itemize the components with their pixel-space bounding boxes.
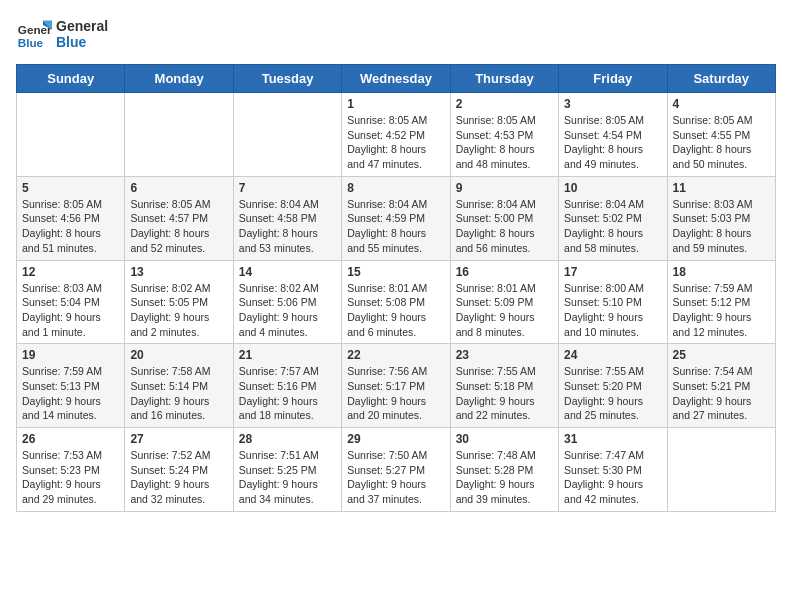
day-info: Sunrise: 8:04 AM Sunset: 4:58 PM Dayligh… [239, 197, 336, 256]
weekday-header-row: SundayMondayTuesdayWednesdayThursdayFrid… [17, 65, 776, 93]
day-number: 16 [456, 265, 553, 279]
calendar-cell: 4Sunrise: 8:05 AM Sunset: 4:55 PM Daylig… [667, 93, 775, 177]
day-info: Sunrise: 7:51 AM Sunset: 5:25 PM Dayligh… [239, 448, 336, 507]
day-number: 28 [239, 432, 336, 446]
calendar-cell [125, 93, 233, 177]
calendar-cell: 7Sunrise: 8:04 AM Sunset: 4:58 PM Daylig… [233, 176, 341, 260]
day-info: Sunrise: 7:55 AM Sunset: 5:18 PM Dayligh… [456, 364, 553, 423]
calendar-cell: 9Sunrise: 8:04 AM Sunset: 5:00 PM Daylig… [450, 176, 558, 260]
weekday-header-tuesday: Tuesday [233, 65, 341, 93]
day-number: 6 [130, 181, 227, 195]
weekday-header-monday: Monday [125, 65, 233, 93]
day-number: 31 [564, 432, 661, 446]
day-number: 9 [456, 181, 553, 195]
day-number: 1 [347, 97, 444, 111]
calendar-cell: 21Sunrise: 7:57 AM Sunset: 5:16 PM Dayli… [233, 344, 341, 428]
day-number: 29 [347, 432, 444, 446]
week-row-3: 12Sunrise: 8:03 AM Sunset: 5:04 PM Dayli… [17, 260, 776, 344]
calendar-cell: 5Sunrise: 8:05 AM Sunset: 4:56 PM Daylig… [17, 176, 125, 260]
calendar-cell: 14Sunrise: 8:02 AM Sunset: 5:06 PM Dayli… [233, 260, 341, 344]
weekday-header-saturday: Saturday [667, 65, 775, 93]
day-info: Sunrise: 8:04 AM Sunset: 5:02 PM Dayligh… [564, 197, 661, 256]
day-info: Sunrise: 7:52 AM Sunset: 5:24 PM Dayligh… [130, 448, 227, 507]
calendar-cell: 6Sunrise: 8:05 AM Sunset: 4:57 PM Daylig… [125, 176, 233, 260]
day-info: Sunrise: 8:05 AM Sunset: 4:57 PM Dayligh… [130, 197, 227, 256]
day-number: 15 [347, 265, 444, 279]
calendar-cell: 19Sunrise: 7:59 AM Sunset: 5:13 PM Dayli… [17, 344, 125, 428]
day-number: 7 [239, 181, 336, 195]
day-number: 27 [130, 432, 227, 446]
day-info: Sunrise: 7:53 AM Sunset: 5:23 PM Dayligh… [22, 448, 119, 507]
day-info: Sunrise: 8:04 AM Sunset: 4:59 PM Dayligh… [347, 197, 444, 256]
weekday-header-wednesday: Wednesday [342, 65, 450, 93]
calendar-cell: 11Sunrise: 8:03 AM Sunset: 5:03 PM Dayli… [667, 176, 775, 260]
week-row-4: 19Sunrise: 7:59 AM Sunset: 5:13 PM Dayli… [17, 344, 776, 428]
calendar-cell: 8Sunrise: 8:04 AM Sunset: 4:59 PM Daylig… [342, 176, 450, 260]
day-info: Sunrise: 8:05 AM Sunset: 4:56 PM Dayligh… [22, 197, 119, 256]
day-number: 18 [673, 265, 770, 279]
day-info: Sunrise: 8:04 AM Sunset: 5:00 PM Dayligh… [456, 197, 553, 256]
day-number: 24 [564, 348, 661, 362]
logo: General Blue General Blue [16, 16, 108, 52]
day-info: Sunrise: 8:00 AM Sunset: 5:10 PM Dayligh… [564, 281, 661, 340]
day-number: 22 [347, 348, 444, 362]
calendar-cell: 13Sunrise: 8:02 AM Sunset: 5:05 PM Dayli… [125, 260, 233, 344]
day-number: 17 [564, 265, 661, 279]
logo-icon: General Blue [16, 16, 52, 52]
day-number: 2 [456, 97, 553, 111]
week-row-5: 26Sunrise: 7:53 AM Sunset: 5:23 PM Dayli… [17, 428, 776, 512]
weekday-header-sunday: Sunday [17, 65, 125, 93]
day-info: Sunrise: 7:54 AM Sunset: 5:21 PM Dayligh… [673, 364, 770, 423]
day-number: 30 [456, 432, 553, 446]
calendar-cell: 26Sunrise: 7:53 AM Sunset: 5:23 PM Dayli… [17, 428, 125, 512]
day-number: 11 [673, 181, 770, 195]
day-info: Sunrise: 8:05 AM Sunset: 4:52 PM Dayligh… [347, 113, 444, 172]
day-info: Sunrise: 8:05 AM Sunset: 4:53 PM Dayligh… [456, 113, 553, 172]
calendar-cell [233, 93, 341, 177]
calendar-cell: 24Sunrise: 7:55 AM Sunset: 5:20 PM Dayli… [559, 344, 667, 428]
week-row-2: 5Sunrise: 8:05 AM Sunset: 4:56 PM Daylig… [17, 176, 776, 260]
day-number: 26 [22, 432, 119, 446]
day-number: 12 [22, 265, 119, 279]
calendar-cell: 18Sunrise: 7:59 AM Sunset: 5:12 PM Dayli… [667, 260, 775, 344]
day-info: Sunrise: 8:03 AM Sunset: 5:04 PM Dayligh… [22, 281, 119, 340]
day-number: 13 [130, 265, 227, 279]
day-info: Sunrise: 8:02 AM Sunset: 5:05 PM Dayligh… [130, 281, 227, 340]
week-row-1: 1Sunrise: 8:05 AM Sunset: 4:52 PM Daylig… [17, 93, 776, 177]
calendar-cell: 3Sunrise: 8:05 AM Sunset: 4:54 PM Daylig… [559, 93, 667, 177]
day-info: Sunrise: 8:01 AM Sunset: 5:09 PM Dayligh… [456, 281, 553, 340]
calendar-cell: 12Sunrise: 8:03 AM Sunset: 5:04 PM Dayli… [17, 260, 125, 344]
calendar-cell: 20Sunrise: 7:58 AM Sunset: 5:14 PM Dayli… [125, 344, 233, 428]
day-number: 3 [564, 97, 661, 111]
day-info: Sunrise: 8:03 AM Sunset: 5:03 PM Dayligh… [673, 197, 770, 256]
calendar-cell: 29Sunrise: 7:50 AM Sunset: 5:27 PM Dayli… [342, 428, 450, 512]
day-number: 20 [130, 348, 227, 362]
page-header: General Blue General Blue [16, 16, 776, 52]
day-number: 21 [239, 348, 336, 362]
day-info: Sunrise: 7:56 AM Sunset: 5:17 PM Dayligh… [347, 364, 444, 423]
day-info: Sunrise: 7:55 AM Sunset: 5:20 PM Dayligh… [564, 364, 661, 423]
calendar-cell: 16Sunrise: 8:01 AM Sunset: 5:09 PM Dayli… [450, 260, 558, 344]
calendar-cell: 27Sunrise: 7:52 AM Sunset: 5:24 PM Dayli… [125, 428, 233, 512]
calendar-cell [17, 93, 125, 177]
day-number: 8 [347, 181, 444, 195]
day-number: 14 [239, 265, 336, 279]
day-info: Sunrise: 7:58 AM Sunset: 5:14 PM Dayligh… [130, 364, 227, 423]
day-info: Sunrise: 7:50 AM Sunset: 5:27 PM Dayligh… [347, 448, 444, 507]
calendar-cell: 2Sunrise: 8:05 AM Sunset: 4:53 PM Daylig… [450, 93, 558, 177]
day-info: Sunrise: 7:47 AM Sunset: 5:30 PM Dayligh… [564, 448, 661, 507]
calendar-cell: 28Sunrise: 7:51 AM Sunset: 5:25 PM Dayli… [233, 428, 341, 512]
day-number: 23 [456, 348, 553, 362]
calendar-cell: 31Sunrise: 7:47 AM Sunset: 5:30 PM Dayli… [559, 428, 667, 512]
day-info: Sunrise: 8:05 AM Sunset: 4:54 PM Dayligh… [564, 113, 661, 172]
calendar-cell: 30Sunrise: 7:48 AM Sunset: 5:28 PM Dayli… [450, 428, 558, 512]
day-info: Sunrise: 8:01 AM Sunset: 5:08 PM Dayligh… [347, 281, 444, 340]
day-number: 25 [673, 348, 770, 362]
day-info: Sunrise: 7:57 AM Sunset: 5:16 PM Dayligh… [239, 364, 336, 423]
calendar-cell: 23Sunrise: 7:55 AM Sunset: 5:18 PM Dayli… [450, 344, 558, 428]
calendar-cell: 15Sunrise: 8:01 AM Sunset: 5:08 PM Dayli… [342, 260, 450, 344]
day-info: Sunrise: 8:02 AM Sunset: 5:06 PM Dayligh… [239, 281, 336, 340]
calendar-cell: 22Sunrise: 7:56 AM Sunset: 5:17 PM Dayli… [342, 344, 450, 428]
calendar-cell: 17Sunrise: 8:00 AM Sunset: 5:10 PM Dayli… [559, 260, 667, 344]
day-info: Sunrise: 7:59 AM Sunset: 5:13 PM Dayligh… [22, 364, 119, 423]
